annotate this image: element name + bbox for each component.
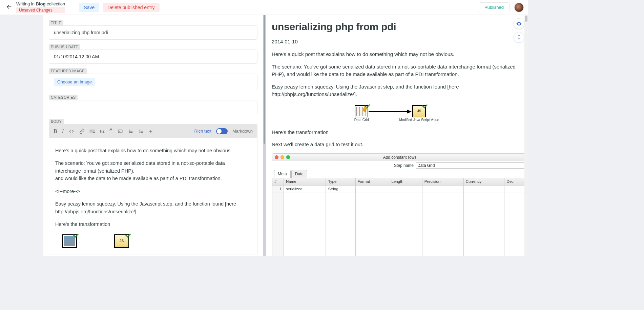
- preview-date: 2014-01-10: [272, 39, 522, 44]
- body-image-thumbs: JS: [55, 234, 251, 248]
- pdi-flow-diagram: Data Grid JS Modified Java Script Value: [272, 105, 522, 122]
- svg-point-7: [129, 132, 129, 133]
- save-button[interactable]: Save: [79, 3, 99, 12]
- title-label: TITLE: [49, 20, 63, 25]
- title-input[interactable]: [49, 25, 257, 40]
- bold-icon[interactable]: B: [54, 128, 57, 134]
- data-grid-thumb: [62, 234, 77, 248]
- close-dot-icon: [275, 155, 278, 159]
- workspace: TITLE PUBLISH DATE FEATURED IMAGE Choose…: [0, 15, 528, 256]
- body-paragraph: Here's the transformation: [55, 220, 251, 228]
- cell: [355, 185, 389, 193]
- published-status-button[interactable]: Published: [479, 2, 510, 12]
- node-label: Data Grid: [354, 117, 369, 122]
- body-editor[interactable]: Here's a quick post that explains how to…: [49, 138, 257, 254]
- body-paragraph: Easy peasy lemon squeezy. Using the Java…: [55, 200, 251, 215]
- back-button[interactable]: [4, 2, 14, 13]
- preview-paragraph: Here's a quick post that explains how to…: [272, 51, 522, 58]
- featured-image-label: FEATURED IMAGE: [49, 68, 87, 74]
- delete-entry-button[interactable]: Delete published entry: [103, 3, 159, 12]
- stepname-row: Step name: [272, 161, 527, 170]
- quote-icon[interactable]: ”: [109, 128, 112, 135]
- dialog-tabs: Meta Data: [272, 170, 527, 178]
- stepname-label: Step name: [394, 162, 414, 169]
- title-field-group: TITLE: [49, 20, 257, 40]
- col-format: Format: [355, 178, 389, 185]
- publish-date-input[interactable]: [49, 50, 257, 64]
- preview-paragraph: Easy peasy lemon squeezy. Using the Java…: [272, 83, 522, 98]
- featured-image-box: Choose an image: [49, 74, 257, 90]
- code-icon[interactable]: [68, 129, 75, 134]
- preview-paragraph: The scenario: You've got some serialized…: [272, 63, 522, 78]
- toolbar-divider: [74, 2, 74, 13]
- window-titlebar: Add constant rows: [272, 154, 527, 161]
- preview-pane: unserializing php from pdi 2014-01-10 He…: [266, 15, 528, 256]
- italic-icon[interactable]: I: [62, 128, 64, 134]
- cell: [389, 185, 422, 193]
- col-currency: Currency: [463, 178, 504, 185]
- preview-scrollbar[interactable]: [524, 15, 528, 256]
- js-node: JS Modified Java Script Value: [399, 105, 439, 122]
- date-field-group: PUBLISH DATE: [49, 44, 257, 64]
- top-toolbar: Writing in Blog collection Unsaved Chang…: [0, 0, 528, 15]
- featured-image-group: FEATURED IMAGE Choose an image: [49, 68, 257, 90]
- h2-icon[interactable]: H2: [100, 129, 105, 133]
- body-paragraph: Here's a quick post that explains how to…: [55, 147, 251, 154]
- svg-point-6: [129, 131, 129, 132]
- cell-type: String: [326, 185, 355, 193]
- traffic-lights: [275, 155, 290, 159]
- cell: [504, 185, 527, 193]
- h1-icon[interactable]: H1: [89, 129, 95, 134]
- richtext-mode-label[interactable]: Rich text: [194, 129, 211, 134]
- choose-image-button[interactable]: Choose an image: [54, 78, 95, 86]
- tab-data: Data: [291, 170, 307, 178]
- scroll-sync-button[interactable]: [514, 32, 524, 43]
- collection-suffix: collection: [45, 1, 65, 6]
- pane-splitter[interactable]: [263, 15, 266, 256]
- link-icon[interactable]: [79, 129, 85, 134]
- preview-paragraph: Next we'll create a data grid to test it…: [272, 141, 522, 149]
- col-precision: Precision: [422, 178, 463, 185]
- cell-name: serialized: [284, 185, 326, 193]
- table-empty-area: [272, 193, 527, 256]
- svg-rect-1: [118, 130, 122, 132]
- table-header-row: # Name Type Format Length Precision Curr…: [272, 178, 527, 185]
- col-decimal: Dec: [504, 178, 527, 185]
- categories-input[interactable]: [49, 100, 257, 114]
- writing-in-label: Writing in: [16, 1, 36, 6]
- table-row: 1 serialized String: [272, 185, 527, 193]
- preview-title: unserializing php from pdi: [272, 21, 522, 33]
- markdown-mode-label[interactable]: Markdown: [232, 129, 253, 134]
- window-title: Add constant rows: [383, 155, 417, 160]
- categories-label: CATEGORIES: [49, 95, 78, 100]
- editor-mode-toggle[interactable]: [216, 128, 228, 134]
- svg-point-5: [129, 130, 129, 130]
- col-name: Name: [284, 178, 326, 185]
- minimize-dot-icon: [281, 155, 284, 159]
- body-paragraph: The scenario: You've got some serialized…: [55, 159, 251, 182]
- node-label: Modified Java Script Value: [399, 117, 439, 122]
- scrollbar-thumb[interactable]: [525, 16, 527, 22]
- cell: [463, 185, 504, 193]
- preview-body: Here's a quick post that explains how to…: [272, 51, 522, 256]
- tab-meta: Meta: [274, 170, 291, 178]
- zoom-dot-icon: [286, 155, 290, 159]
- preview-toggle-button[interactable]: [514, 18, 524, 29]
- add-component-icon[interactable]: [148, 129, 153, 134]
- cell: [422, 185, 463, 193]
- svg-point-16: [519, 23, 520, 24]
- data-grid-icon: [355, 105, 368, 117]
- editor-pane: TITLE PUBLISH DATE FEATURED IMAGE Choose…: [43, 15, 263, 256]
- scroll-thumb[interactable]: [264, 15, 265, 144]
- avatar[interactable]: [514, 3, 524, 12]
- body-group: BODY B I H1 H2 ” 123 Rich text Markdown …: [49, 118, 257, 254]
- data-grid-node: Data Grid: [354, 105, 369, 122]
- entry-meta: Writing in Blog collection Unsaved Chang…: [16, 1, 65, 13]
- col-hash: #: [272, 178, 284, 185]
- col-type: Type: [326, 178, 355, 185]
- publish-date-label: PUBLISH DATE: [49, 44, 80, 50]
- cell-num: 1: [272, 185, 284, 193]
- codeblock-icon[interactable]: [117, 129, 123, 134]
- numbered-list-icon[interactable]: 123: [138, 129, 144, 134]
- bullet-list-icon[interactable]: [128, 129, 133, 134]
